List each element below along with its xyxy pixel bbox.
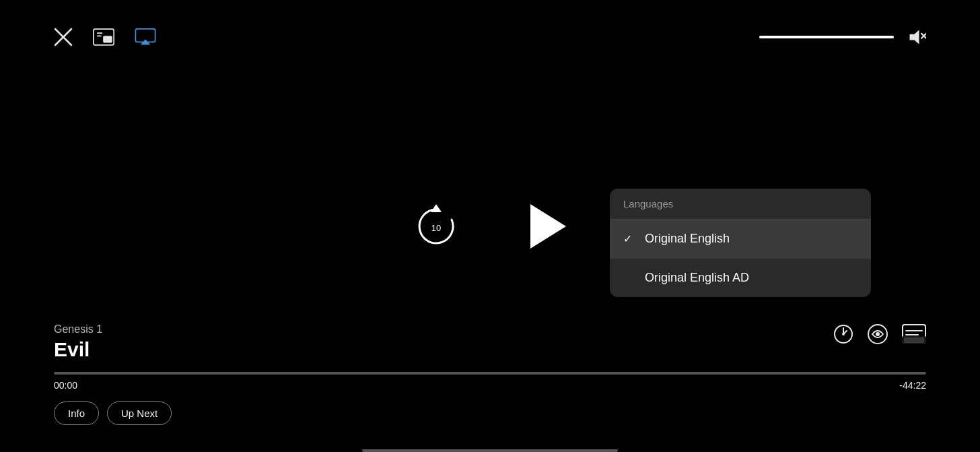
volume-slider[interactable] bbox=[759, 36, 894, 38]
top-right-controls bbox=[759, 28, 926, 46]
check-icon: ✓ bbox=[623, 232, 637, 245]
svg-marker-11 bbox=[431, 204, 442, 212]
right-controls bbox=[833, 323, 926, 345]
episode-text: Genesis 1 Evil bbox=[54, 323, 102, 361]
mute-button[interactable] bbox=[907, 28, 926, 46]
language-option-original-english-ad[interactable]: Original English AD bbox=[610, 259, 871, 297]
close-button[interactable] bbox=[54, 28, 73, 46]
top-bar bbox=[0, 0, 980, 74]
airplay-button[interactable] bbox=[135, 28, 156, 46]
language-label-original-english: Original English bbox=[645, 232, 730, 246]
play-button[interactable] bbox=[527, 203, 567, 250]
remaining-time: -44:22 bbox=[899, 380, 926, 391]
audio-button[interactable] bbox=[867, 323, 888, 345]
scroll-indicator bbox=[362, 449, 618, 452]
replay-button[interactable]: 10 bbox=[413, 203, 460, 250]
episode-title: Evil bbox=[54, 338, 102, 361]
top-left-controls bbox=[54, 28, 156, 46]
progress-bar[interactable] bbox=[54, 372, 926, 375]
svg-marker-8 bbox=[910, 30, 919, 44]
action-buttons: Info Up Next bbox=[54, 401, 926, 425]
svg-point-19 bbox=[876, 332, 880, 336]
svg-rect-24 bbox=[904, 337, 924, 343]
dropdown-header: Languages bbox=[610, 189, 871, 220]
svg-marker-13 bbox=[530, 204, 566, 249]
time-row: 00:00 -44:22 bbox=[54, 380, 926, 391]
up-next-button[interactable]: Up Next bbox=[107, 401, 172, 425]
episode-subtitle: Genesis 1 bbox=[54, 323, 102, 335]
language-label-original-english-ad: Original English AD bbox=[645, 271, 749, 285]
bottom-section: Genesis 1 Evil bbox=[0, 323, 980, 425]
languages-dropdown: Languages ✓ Original English Original En… bbox=[610, 189, 871, 297]
svg-text:10: 10 bbox=[431, 223, 441, 233]
progress-container[interactable] bbox=[54, 372, 926, 375]
svg-rect-3 bbox=[103, 36, 112, 42]
info-button[interactable]: Info bbox=[54, 401, 99, 425]
pip-button[interactable] bbox=[93, 28, 114, 46]
language-option-original-english[interactable]: ✓ Original English bbox=[610, 220, 871, 259]
speed-button[interactable] bbox=[833, 324, 853, 344]
current-time: 00:00 bbox=[54, 380, 77, 391]
subtitles-button[interactable] bbox=[902, 324, 926, 344]
center-controls: 10 bbox=[413, 203, 567, 250]
episode-info: Genesis 1 Evil bbox=[54, 323, 926, 361]
